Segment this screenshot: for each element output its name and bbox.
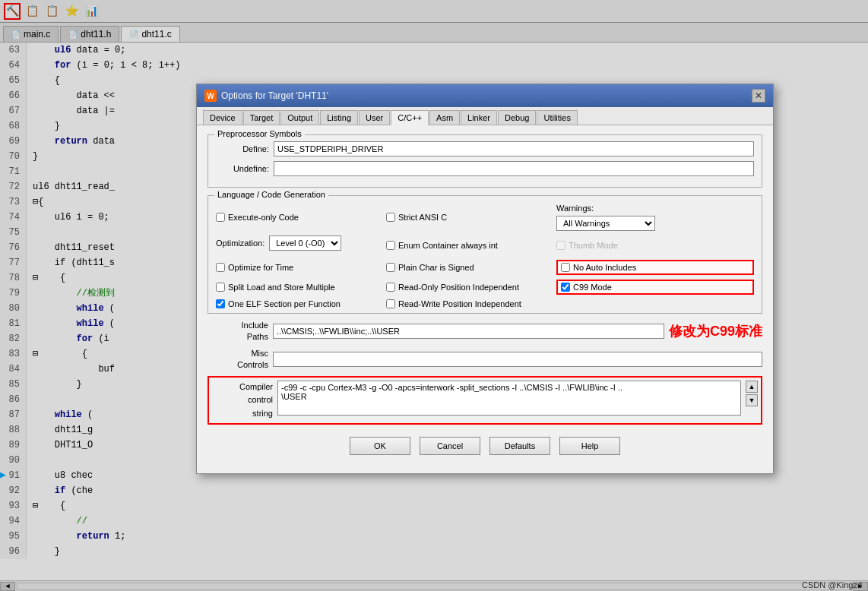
compiler-textarea[interactable]: -c99 -c -cpu Cortex-M3 -g -O0 -apcs=inte… — [277, 381, 741, 416]
one-elf-label: One ELF Section per Function — [228, 299, 341, 308]
optimize-time-row: Optimize for Time — [216, 260, 383, 275]
opt-label: Optimization: — [216, 239, 265, 248]
plain-char-row: Plain Char is Signed — [386, 260, 553, 275]
strict-ansi-checkbox[interactable] — [386, 213, 395, 222]
no-auto-includes-row: No Auto Includes — [556, 260, 754, 275]
plain-char-checkbox[interactable] — [386, 263, 395, 272]
split-load-row: Split Load and Store Multiple — [216, 280, 383, 295]
read-write-checkbox[interactable] — [386, 299, 395, 308]
optimize-time-checkbox[interactable] — [216, 263, 225, 272]
plain-char-label: Plain Char is Signed — [398, 263, 474, 272]
compiler-row: Compilercontrolstring -c99 -c -cpu Corte… — [212, 381, 758, 421]
annotation-text: 修改为C99标准 — [669, 322, 762, 340]
language-section-label: Language / Code Generation — [214, 190, 328, 199]
read-write-row: Read-Write Position Independent — [386, 299, 553, 308]
define-label: Define: — [216, 144, 269, 153]
optimization-select[interactable]: Level 0 (-O0) Level 1 (-O1) Level 2 (-O2… — [269, 235, 341, 251]
execute-only-row: Execute-only Code — [216, 204, 383, 231]
dialog-tab-debug[interactable]: Debug — [498, 110, 536, 125]
thumb-mode-row: Thumb Mode — [556, 235, 754, 255]
options-dialog: W Options for Target 'DHT11' ✕ Device Ta… — [196, 84, 774, 474]
read-write-label: Read-Write Position Independent — [398, 299, 521, 308]
c99-mode-row: C99 Mode — [556, 280, 754, 295]
one-elf-row: One ELF Section per Function — [216, 299, 383, 308]
preprocessor-label: Preprocessor Symbols — [214, 129, 305, 138]
one-elf-checkbox[interactable] — [216, 299, 225, 308]
undefine-row: Undefine: — [216, 161, 754, 176]
c99-mode-checkbox[interactable] — [561, 283, 570, 292]
dialog-body: Preprocessor Symbols Define: Undefine: L… — [197, 125, 773, 473]
misc-controls-label: MiscControls — [207, 348, 268, 371]
compiler-scroll-buttons: ▲ ▼ — [746, 381, 758, 406]
warnings-col: Warnings: All Warnings No Warnings — [556, 204, 754, 231]
optimization-row: Optimization: Level 0 (-O0) Level 1 (-O1… — [216, 235, 383, 251]
undefine-input[interactable] — [274, 161, 754, 176]
language-section: Language / Code Generation Execute-only … — [207, 195, 762, 314]
lang-row5: One ELF Section per Function Read-Write … — [216, 299, 754, 308]
no-auto-includes-checkbox[interactable] — [561, 263, 570, 272]
dialog-title-text: Options for Target 'DHT11' — [221, 90, 328, 101]
split-load-checkbox[interactable] — [216, 283, 225, 292]
dialog-tab-cpp[interactable]: C/C++ — [391, 110, 429, 125]
warnings-label: Warnings: — [556, 204, 754, 213]
help-button[interactable]: Help — [559, 437, 620, 455]
thumb-mode-label: Thumb Mode — [569, 241, 618, 250]
lang-row2: Optimization: Level 0 (-O0) Level 1 (-O1… — [216, 235, 754, 255]
dialog-title-icon: W — [204, 90, 217, 102]
warnings-select[interactable]: All Warnings No Warnings — [556, 216, 655, 231]
dialog-tab-linker[interactable]: Linker — [461, 110, 497, 125]
compiler-scroll-up[interactable]: ▲ — [746, 381, 758, 393]
ok-button[interactable]: OK — [350, 437, 410, 455]
strict-ansi-label: Strict ANSI C — [398, 213, 447, 222]
enum-container-checkbox[interactable] — [386, 241, 395, 250]
dialog-tab-listing[interactable]: Listing — [320, 110, 358, 125]
enum-container-row: Enum Container always int — [386, 235, 553, 255]
misc-controls-input[interactable] — [273, 352, 762, 367]
dialog-titlebar: W Options for Target 'DHT11' ✕ — [197, 84, 773, 107]
c99-mode-label: C99 Mode — [573, 283, 612, 292]
lang-row1: Execute-only Code Strict ANSI C Warnings… — [216, 204, 754, 231]
read-only-label: Read-Only Position Independent — [398, 283, 519, 292]
no-auto-includes-label: No Auto Includes — [573, 263, 636, 272]
define-input[interactable] — [274, 141, 754, 156]
read-only-checkbox[interactable] — [386, 283, 395, 292]
include-paths-row: IncludePaths 修改为C99标准 — [207, 320, 762, 343]
dialog-tab-utilities[interactable]: Utilities — [537, 110, 577, 125]
dialog-footer: OK Cancel Defaults Help — [207, 431, 762, 464]
enum-container-label: Enum Container always int — [398, 241, 498, 250]
include-paths-input[interactable] — [273, 324, 664, 339]
include-paths-label: IncludePaths — [207, 320, 268, 343]
compiler-scroll-down[interactable]: ▼ — [746, 394, 758, 406]
compiler-label: Compilercontrolstring — [212, 381, 273, 421]
compiler-section: Compilercontrolstring -c99 -c -cpu Corte… — [207, 376, 762, 425]
dialog-tabs: Device Target Output Listing User C/C++ … — [197, 107, 773, 125]
lang-row3: Optimize for Time Plain Char is Signed N… — [216, 260, 754, 275]
optimize-time-label: Optimize for Time — [228, 263, 293, 272]
dialog-tab-asm[interactable]: Asm — [429, 110, 460, 125]
read-only-row: Read-Only Position Independent — [386, 280, 553, 295]
undefine-label: Undefine: — [216, 164, 269, 173]
define-row: Define: — [216, 141, 754, 156]
strict-ansi-row: Strict ANSI C — [386, 204, 553, 231]
execute-only-label: Execute-only Code — [228, 213, 299, 222]
dialog-close-button[interactable]: ✕ — [752, 89, 765, 103]
lang-row4: Split Load and Store Multiple Read-Only … — [216, 280, 754, 295]
defaults-button[interactable]: Defaults — [489, 437, 550, 455]
dialog-tab-output[interactable]: Output — [280, 110, 319, 125]
misc-controls-row: MiscControls — [207, 348, 762, 371]
execute-only-checkbox[interactable] — [216, 213, 225, 222]
dialog-tab-target[interactable]: Target — [243, 110, 280, 125]
dialog-tab-device[interactable]: Device — [203, 110, 242, 125]
dialog-tab-user[interactable]: User — [359, 110, 390, 125]
split-load-label: Split Load and Store Multiple — [228, 283, 335, 292]
thumb-mode-checkbox[interactable] — [556, 241, 565, 250]
cancel-button[interactable]: Cancel — [420, 437, 480, 455]
preprocessor-section: Preprocessor Symbols Define: Undefine: — [207, 134, 762, 188]
